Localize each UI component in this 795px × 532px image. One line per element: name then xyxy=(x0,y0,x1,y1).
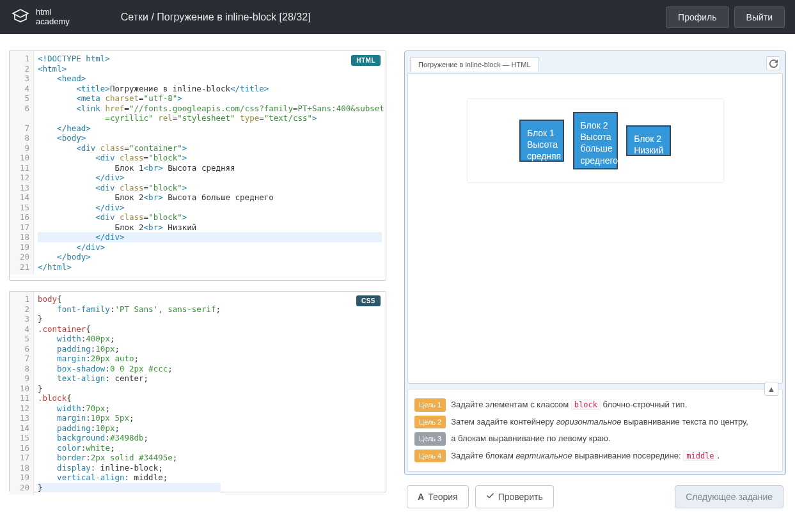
right-column: Погружение в inline-block — HTML Блок 1 … xyxy=(404,51,786,508)
font-icon: A xyxy=(418,492,424,502)
goal-3: Цель 3 а блокам выравнивание по левому к… xyxy=(414,432,776,446)
breadcrumb-section[interactable]: Сетки xyxy=(121,12,148,22)
preview-tab[interactable]: Погружение в inline-block — HTML xyxy=(410,57,539,72)
check-button[interactable]: Проверить xyxy=(475,485,554,508)
theory-button[interactable]: A Теория xyxy=(407,485,469,508)
editors-column: HTML 123456 789101112131415161718192021 … xyxy=(9,51,386,508)
breadcrumb-progress: [28/32] xyxy=(279,12,311,22)
next-task-button[interactable]: Следующее задание xyxy=(675,485,783,508)
goal-2: Цель 2 Затем задайте контейнеру горизонт… xyxy=(414,416,776,429)
goals-panel: ▲ Цель 1 Задайте элементам с классом blo… xyxy=(407,389,783,472)
goal-badge-1: Цель 1 xyxy=(414,398,446,412)
preview-block-2: Блок 2 Высота больше среднего xyxy=(573,112,618,169)
logo[interactable]: html academy xyxy=(10,7,70,27)
preview-block-1: Блок 1 Высота средняя xyxy=(519,120,564,162)
goal-badge-2: Цель 2 xyxy=(414,416,446,429)
main-area: HTML 123456 789101112131415161718192021 … xyxy=(0,34,795,515)
css-editor[interactable]: CSS 1234567891011121314151617181920 body… xyxy=(9,291,386,492)
profile-button[interactable]: Профиль xyxy=(666,6,728,28)
html-source[interactable]: <!DOCTYPE html> <html> <head> <title>Пог… xyxy=(34,51,386,274)
goal-1: Цель 1 Задайте элементам с классом block… xyxy=(414,398,776,412)
goal-badge-4: Цель 4 xyxy=(414,450,446,463)
breadcrumb-title: Погружение в inline-block xyxy=(157,12,276,22)
editor-tag-css: CSS xyxy=(356,295,381,306)
gutter-css: 1234567891011121314151617181920 xyxy=(10,292,34,495)
logo-icon xyxy=(10,7,31,27)
actions-row: A Теория Проверить Следующее задание xyxy=(404,485,786,508)
refresh-button[interactable] xyxy=(766,56,780,70)
preview-frame: Блок 1 Высота средняя Блок 2 Высота боль… xyxy=(407,73,783,384)
editor-tag-html: HTML xyxy=(351,55,381,66)
preview-block-3: Блок 2 Низкий xyxy=(626,125,671,156)
gutter-html: 123456 789101112131415161718192021 xyxy=(10,51,34,274)
logo-text: html academy xyxy=(36,8,70,26)
check-icon xyxy=(486,492,494,502)
app-header: html academy Сетки / Погружение в inline… xyxy=(0,0,795,34)
preview-panel: Погружение в inline-block — HTML Блок 1 … xyxy=(404,51,786,475)
goal-badge-3: Цель 3 xyxy=(414,432,446,446)
collapse-goals-button[interactable]: ▲ xyxy=(764,382,778,396)
breadcrumb: Сетки / Погружение в inline-block [28/32… xyxy=(121,12,661,23)
css-source[interactable]: body{ font-family:'PT Sans', sans-serif;… xyxy=(34,292,224,495)
logout-button[interactable]: Выйти xyxy=(734,6,785,28)
html-editor[interactable]: HTML 123456 789101112131415161718192021 … xyxy=(9,51,386,281)
goal-4: Цель 4 Задайте блокам вертикальное вырав… xyxy=(414,450,776,463)
